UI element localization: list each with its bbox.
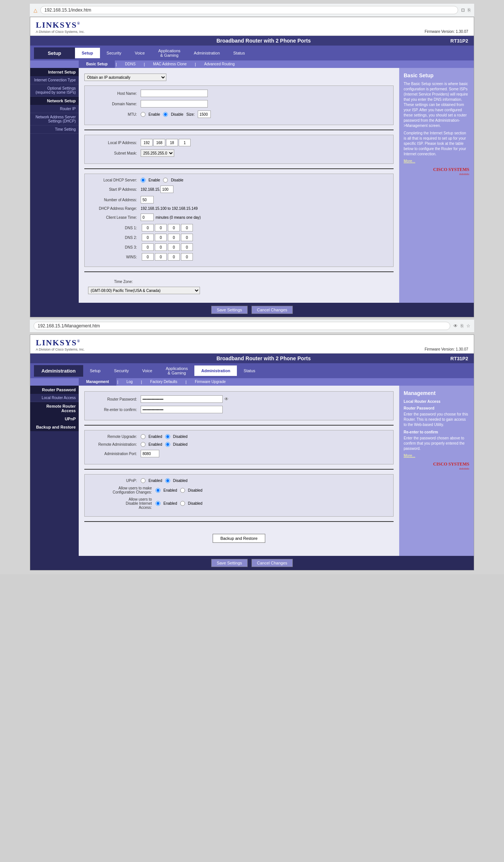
save-button-1[interactable]: Save Settings bbox=[211, 306, 248, 314]
nav-tab-admin-1[interactable]: Administration bbox=[187, 48, 227, 58]
start-ip-input[interactable] bbox=[160, 186, 173, 193]
domain-name-input[interactable] bbox=[141, 100, 208, 108]
cancel-button-2[interactable]: Cancel Changes bbox=[251, 559, 293, 567]
upnp-enabled-radio[interactable] bbox=[141, 478, 145, 483]
dns3-2[interactable] bbox=[155, 243, 167, 251]
nav-tab-appsgaming-2[interactable]: Applications& Gaming bbox=[159, 363, 194, 378]
browser-bar-1: △ 192.168.15.1/index.htm ⊡ ⎘ bbox=[30, 4, 474, 17]
save-button-2[interactable]: Save Settings bbox=[211, 559, 248, 567]
dns1-3[interactable] bbox=[168, 224, 180, 231]
remote-upgrade-row: Remote Upgrade: Enabled Disabled bbox=[88, 434, 389, 439]
page-label-2: Administration bbox=[34, 365, 83, 377]
mtu-radio-group: Enable Disable Size: bbox=[141, 111, 211, 118]
dns1-2[interactable] bbox=[155, 224, 167, 231]
connection-type-section: Obtain an IP automatically bbox=[84, 74, 394, 81]
wins-4[interactable] bbox=[181, 253, 193, 261]
lease-time-input[interactable] bbox=[141, 214, 154, 221]
sub-tab-ddns[interactable]: DDNS bbox=[118, 60, 143, 68]
linksys-logo-2: LINKSYS® A Division of Cisco Systems, In… bbox=[36, 338, 85, 351]
wins-3[interactable] bbox=[168, 253, 180, 261]
admin-port-input[interactable] bbox=[141, 450, 159, 457]
remote-admin-label: Remote Administration: bbox=[88, 442, 141, 446]
local-ip-4[interactable] bbox=[179, 139, 191, 146]
sub-tab-basic-setup[interactable]: Basic Setup bbox=[79, 60, 115, 68]
dns3-1[interactable] bbox=[142, 243, 154, 251]
copy-icon-browser[interactable]: ⎘ bbox=[461, 323, 463, 329]
nav-tab-status-2[interactable]: Status bbox=[237, 365, 262, 376]
local-ip-3[interactable] bbox=[166, 139, 178, 146]
num-addr-input[interactable] bbox=[141, 196, 154, 203]
router-pw-input[interactable] bbox=[141, 395, 223, 403]
connection-type-select[interactable]: Obtain an IP automatically bbox=[84, 74, 166, 81]
nav-tab-status-1[interactable]: Status bbox=[226, 48, 251, 58]
disable-enabled-radio[interactable] bbox=[156, 501, 160, 506]
sub-tab-mac-clone[interactable]: MAC Address Clone bbox=[145, 60, 194, 68]
sidebar-1: Internet Setup Internet Connection Type … bbox=[30, 68, 79, 303]
sidebar-item-local-access: Local Router Access bbox=[30, 394, 79, 402]
disable-disabled-radio[interactable] bbox=[180, 501, 185, 506]
host-name-input[interactable] bbox=[141, 90, 208, 97]
brand-subtitle-1: A Division of Cisco Systems, Inc. bbox=[36, 30, 85, 34]
wins-row: WINS: bbox=[88, 253, 389, 261]
re-enter-input[interactable] bbox=[141, 406, 223, 413]
config-disabled-radio[interactable] bbox=[180, 488, 185, 493]
dns3-4[interactable] bbox=[181, 243, 193, 251]
dns2-2[interactable] bbox=[155, 234, 167, 241]
upnp-disabled-radio[interactable] bbox=[165, 478, 170, 483]
sub-tab-firmware[interactable]: Firmware Upgrade bbox=[187, 378, 233, 386]
local-ip-1[interactable] bbox=[141, 139, 153, 146]
timezone-select[interactable]: (GMT-08:00) Pacific Time(USA & Canada) bbox=[88, 287, 200, 294]
nav-tab-appsgaming-1[interactable]: Applications& Gaming bbox=[151, 46, 187, 60]
config-enabled-radio[interactable] bbox=[156, 488, 160, 493]
screenshot-icon[interactable]: ⎘ bbox=[468, 7, 470, 13]
wins-1[interactable] bbox=[142, 253, 154, 261]
nav-tab-security-2[interactable]: Security bbox=[107, 365, 135, 376]
mtu-disable-radio[interactable] bbox=[163, 112, 168, 117]
subnet-select[interactable]: 255.255.255.0 bbox=[141, 149, 174, 157]
help-more-2[interactable]: More... bbox=[404, 454, 469, 458]
dns1-1[interactable] bbox=[142, 224, 154, 231]
dhcp-enable-radio[interactable] bbox=[141, 178, 145, 183]
nav-tab-security-1[interactable]: Security bbox=[100, 48, 128, 58]
remote-admin-enabled-radio[interactable] bbox=[141, 442, 145, 447]
dns1-4[interactable] bbox=[181, 224, 193, 231]
sub-tab-management[interactable]: Management bbox=[79, 378, 116, 386]
nav-tab-admin-2[interactable]: Administration bbox=[194, 365, 237, 376]
nav-tab-voice-1[interactable]: Voice bbox=[128, 48, 151, 58]
cancel-button-1[interactable]: Cancel Changes bbox=[251, 306, 293, 314]
dns3-3[interactable] bbox=[168, 243, 180, 251]
dns2-4[interactable] bbox=[181, 234, 193, 241]
help-section1-label1: Router Password bbox=[404, 406, 469, 411]
browser-url-2[interactable]: 192.168.15.1/Management.htm bbox=[34, 322, 450, 330]
help-title-1: Basic Setup bbox=[404, 72, 469, 78]
mtu-enable-radio[interactable] bbox=[141, 112, 145, 117]
nav-tab-voice-2[interactable]: Voice bbox=[135, 365, 159, 376]
dhcp-disable-label: Disable bbox=[171, 178, 183, 182]
sidebar-section-router-pw: Router Password bbox=[30, 386, 79, 394]
sub-tab-advanced-routing[interactable]: Advanced Routing bbox=[197, 60, 242, 68]
sub-tab-log[interactable]: Log bbox=[119, 378, 140, 386]
remote-admin-disabled-radio[interactable] bbox=[165, 442, 170, 447]
mtu-size-input[interactable] bbox=[198, 111, 211, 118]
admin-port-label: Administration Port: bbox=[88, 452, 141, 456]
cast-icon[interactable]: ⊡ bbox=[461, 7, 465, 13]
sub-tab-factory[interactable]: Factory Defaults bbox=[143, 378, 185, 386]
eye-icon-browser[interactable]: 👁 bbox=[453, 323, 458, 329]
remote-upgrade-disabled-radio[interactable] bbox=[165, 434, 170, 439]
dhcp-disable-radio[interactable] bbox=[163, 178, 168, 183]
wins-2[interactable] bbox=[155, 253, 167, 261]
nav-tab-setup-1[interactable]: Setup bbox=[75, 48, 100, 58]
star-icon-browser[interactable]: ☆ bbox=[466, 323, 470, 329]
dns2-1[interactable] bbox=[142, 234, 154, 241]
sidebar-item-optional: Optional Settings (required by some ISPs… bbox=[30, 84, 79, 97]
backup-restore-button[interactable]: Backup and Restore bbox=[213, 534, 266, 543]
browser-url-1[interactable]: 192.168.15.1/index.htm bbox=[40, 6, 458, 14]
dns2-3[interactable] bbox=[168, 234, 180, 241]
start-ip-prefix: 192.168.15. bbox=[141, 187, 160, 192]
help-more-1[interactable]: More... bbox=[404, 159, 415, 163]
remote-upgrade-enabled-radio[interactable] bbox=[141, 434, 145, 439]
cisco-logo-1: CISCO SYSTEMS ılıılıılıılıı bbox=[404, 167, 469, 176]
nav-tab-setup-2[interactable]: Setup bbox=[83, 365, 107, 376]
local-ip-2[interactable] bbox=[153, 139, 165, 146]
show-password-icon[interactable]: 👁 bbox=[224, 396, 229, 402]
